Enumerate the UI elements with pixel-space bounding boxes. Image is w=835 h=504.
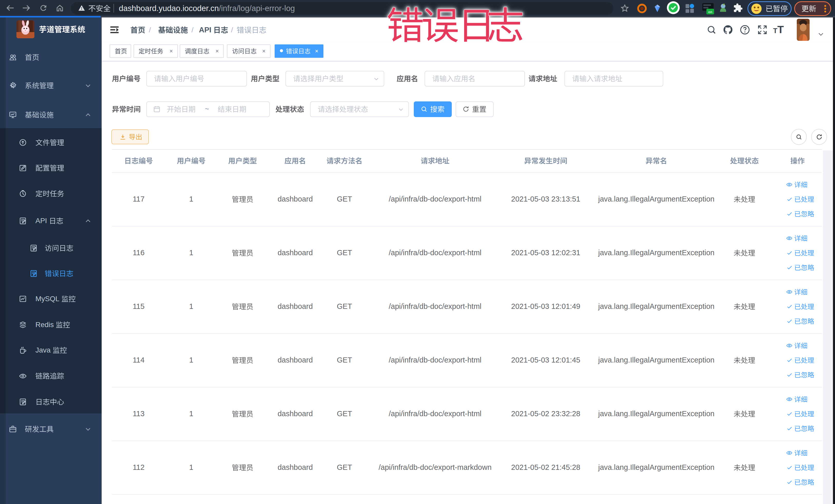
svg-text:on: on: [708, 10, 712, 14]
